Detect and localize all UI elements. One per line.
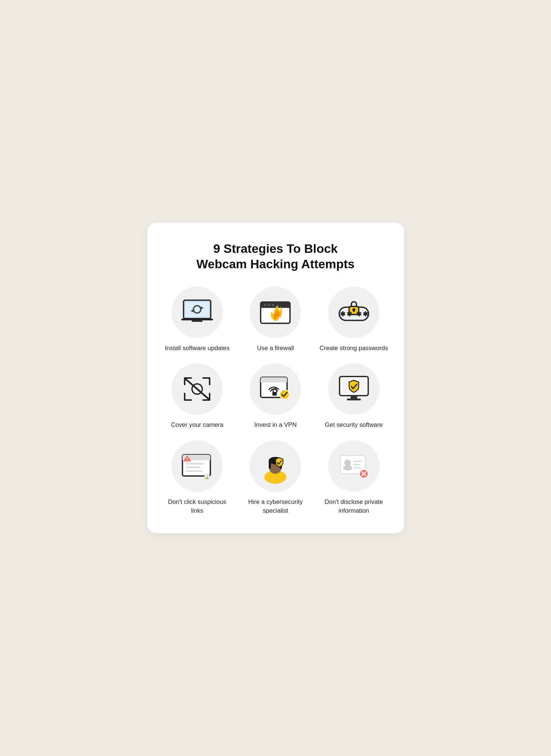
item-suspicious-links: ! 🔓 Don't click suspicious links [162,440,233,515]
svg-rect-49 [354,461,362,462]
svg-rect-44 [269,461,271,469]
svg-text:✱: ✱ [362,310,368,318]
svg-text:🔓: 🔓 [205,475,209,479]
svg-text:✱: ✱ [346,310,352,318]
svg-point-9 [264,304,267,306]
label-private-info: Don't disclose private information [318,498,389,515]
item-private-info: Don't disclose private information [318,440,389,515]
main-card: 9 Strategies To BlockWebcam Hacking Atte… [147,223,404,533]
icon-use-firewall [250,287,301,338]
svg-rect-35 [186,463,204,465]
svg-rect-50 [354,464,360,465]
label-specialist: Hire a cybersecurity specialist [240,498,311,515]
label-vpn: Invest in a VPN [254,421,297,429]
svg-rect-4 [181,319,213,320]
item-strong-passwords: ✱ ✱ ✱ ✱ Create strong passwords [318,287,389,353]
strategies-grid: Install software updates [162,287,389,515]
svg-text:✱: ✱ [356,310,361,318]
item-specialist: Hire a cybersecurity specialist [240,440,311,515]
svg-rect-30 [347,399,361,400]
svg-rect-1 [185,302,209,317]
icon-private-info [328,440,380,492]
svg-point-47 [344,459,351,466]
svg-point-26 [280,390,289,399]
svg-rect-37 [186,470,202,472]
svg-rect-36 [186,466,200,468]
svg-point-48 [343,465,352,470]
svg-text:✱: ✱ [340,310,345,318]
svg-point-10 [268,304,271,306]
label-install-updates: Install software updates [165,344,229,353]
page-title: 9 Strategies To BlockWebcam Hacking Atte… [162,241,389,272]
icon-install-updates [171,287,223,338]
label-suspicious-links: Don't click suspicious links [162,498,233,515]
label-cover-camera: Cover your camera [171,421,224,429]
icon-vpn [250,363,301,415]
icon-suspicious-links: ! 🔓 [171,440,223,492]
svg-rect-15 [353,310,355,312]
svg-rect-29 [351,396,357,399]
label-security-software: Get security software [325,421,383,429]
icon-strong-passwords: ✱ ✱ ✱ ✱ [328,287,380,338]
item-install-updates: Install software updates [162,287,233,353]
label-use-firewall: Use a firewall [257,344,294,353]
svg-rect-25 [272,392,277,396]
icon-security-software [328,363,380,415]
icon-specialist [250,440,301,492]
svg-text:!: ! [186,457,188,462]
item-use-firewall: Use a firewall [240,287,311,353]
svg-point-11 [272,304,275,306]
svg-rect-24 [261,380,287,382]
item-cover-camera: Cover your camera [162,363,233,429]
svg-rect-5 [192,320,203,322]
icon-cover-camera [171,363,223,415]
label-strong-passwords: Create strong passwords [320,344,388,353]
svg-rect-51 [354,467,361,469]
item-security-software: Get security software [318,363,389,429]
svg-line-21 [186,379,208,399]
item-vpn: Invest in a VPN [240,363,311,429]
